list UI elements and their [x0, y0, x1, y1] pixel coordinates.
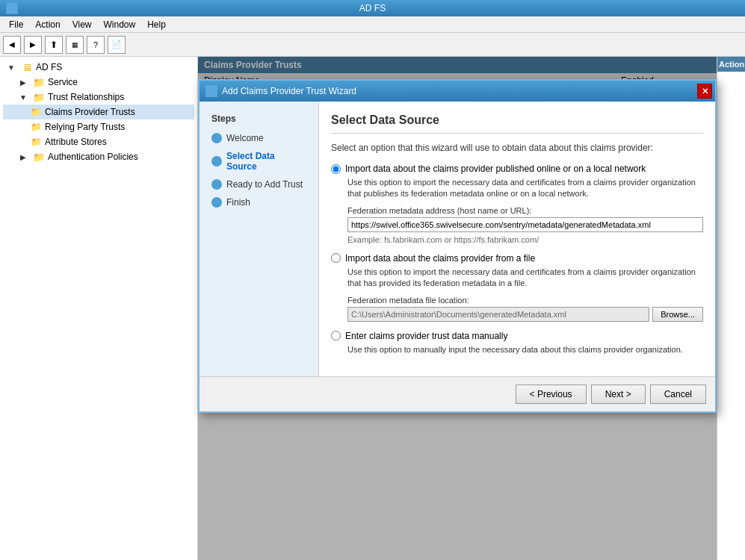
- label-file[interactable]: Import data about the claims provider fr…: [345, 253, 535, 264]
- tree-label-service: Service: [48, 77, 78, 87]
- option-manual: Enter claims provider trust data manuall…: [331, 331, 703, 355]
- next-button[interactable]: Next >: [591, 385, 646, 404]
- adfs-icon: 🖥: [21, 61, 33, 73]
- app-icon: [6, 2, 18, 14]
- title-bar: AD FS: [0, 0, 745, 16]
- tree-item-claims-provider[interactable]: 📁 Claims Provider Trusts: [3, 105, 194, 119]
- steps-title: Steps: [211, 113, 306, 124]
- wizard-description: Select an option that this wizard will u…: [331, 143, 703, 153]
- tree-label-claims-provider: Claims Provider Trusts: [45, 107, 135, 117]
- step-dot-ready: [211, 179, 222, 190]
- tree-label-relying-party: Relying Party Trusts: [45, 122, 125, 132]
- desc-manual: Use this option to manually input the ne…: [347, 344, 703, 355]
- tree-item-trust-relationships[interactable]: ▼ 📁 Trust Relationships: [3, 90, 194, 105]
- wizard-content: Select Data Source Select an option that…: [319, 102, 715, 376]
- metadata-file-input[interactable]: [347, 307, 649, 322]
- menu-file[interactable]: File: [3, 18, 29, 31]
- main-layout: ▼ 🖥 AD FS ▶ 📁 Service ▼ 📁 Trust Relation: [0, 57, 745, 560]
- wizard-page-title: Select Data Source: [331, 113, 703, 134]
- wizard-dialog: Add Claims Provider Trust Wizard ✕ Steps…: [198, 79, 717, 413]
- step-label-select: Select Data Source: [226, 151, 306, 172]
- step-label-finish: Finish: [226, 197, 250, 208]
- label-online[interactable]: Import data about the claims provider pu…: [345, 164, 646, 174]
- radio-online[interactable]: [331, 164, 341, 174]
- tree-label-trust: Trust Relationships: [48, 92, 124, 102]
- metadata-url-input[interactable]: [347, 217, 703, 232]
- wizard-title: Add Claims Provider Trust Wizard: [222, 86, 356, 96]
- wizard-body: Steps Welcome Select Data Source Ready t…: [200, 102, 715, 376]
- wizard-close-button[interactable]: ✕: [697, 84, 712, 99]
- browse-row: Browse...: [347, 307, 703, 322]
- trust-folder-icon: 📁: [33, 91, 45, 103]
- tree-item-relying-party[interactable]: 📁 Relying Party Trusts: [3, 119, 194, 134]
- relying-party-icon: 📁: [30, 121, 42, 133]
- field-row-url: [347, 217, 703, 232]
- menu-window[interactable]: Window: [98, 18, 142, 31]
- field-label-file: Federation metadata file location:: [347, 296, 703, 305]
- step-dot-welcome: [211, 133, 222, 143]
- help2-button[interactable]: 📄: [108, 36, 126, 54]
- tree-root: ▼ 🖥 AD FS ▶ 📁 Service ▼ 📁 Trust Relation: [0, 57, 197, 167]
- trust-expand-icon: ▼: [18, 91, 30, 103]
- service-folder-icon: 📁: [33, 76, 45, 88]
- option-file: Import data about the claims provider fr…: [331, 253, 703, 322]
- step-dot-finish: [211, 197, 222, 208]
- modal-overlay: Add Claims Provider Trust Wizard ✕ Steps…: [198, 57, 717, 560]
- content-area: Claims Provider Trusts Display Name Enab…: [198, 57, 717, 560]
- wizard-icon: [205, 85, 217, 97]
- step-label-ready: Ready to Add Trust: [226, 179, 303, 190]
- desc-online: Use this option to import the necessary …: [347, 177, 703, 200]
- forward-button[interactable]: ▶: [24, 36, 42, 54]
- console-button[interactable]: ▦: [66, 36, 84, 54]
- tree-item-attribute-stores[interactable]: 📁 Attribute Stores: [3, 134, 194, 149]
- menu-help[interactable]: Help: [141, 18, 172, 31]
- tree-label-adfs: AD FS: [36, 62, 62, 72]
- desc-file: Use this option to import the necessary …: [347, 267, 703, 290]
- tree-item-auth-policies[interactable]: ▶ 📁 Authentication Policies: [3, 149, 194, 164]
- auth-folder-icon: 📁: [33, 151, 45, 163]
- step-welcome: Welcome: [211, 133, 306, 143]
- menu-action[interactable]: Action: [29, 18, 66, 31]
- step-label-welcome: Welcome: [226, 133, 264, 143]
- field-label-url: Federation metadata address (host name o…: [347, 206, 703, 215]
- wizard-steps: Steps Welcome Select Data Source Ready t…: [200, 102, 319, 376]
- step-dot-select: [211, 156, 222, 167]
- wizard-footer: < Previous Next > Cancel: [200, 376, 715, 411]
- action-panel: Action: [717, 57, 745, 560]
- auth-expand-icon: ▶: [18, 151, 30, 163]
- radio-file[interactable]: [331, 253, 341, 263]
- help-button[interactable]: ?: [87, 36, 105, 54]
- app-title: AD FS: [359, 3, 386, 13]
- wizard-title-bar: Add Claims Provider Trust Wizard ✕: [200, 81, 715, 102]
- tree-label-auth-policies: Authentication Policies: [48, 152, 138, 162]
- label-manual[interactable]: Enter claims provider trust data manuall…: [345, 331, 507, 341]
- browse-button[interactable]: Browse...: [652, 307, 703, 322]
- action-panel-header: Action: [717, 57, 745, 72]
- cancel-button[interactable]: Cancel: [650, 385, 706, 404]
- toolbar: ◀ ▶ ⬆ ▦ ? 📄: [0, 33, 745, 57]
- tree-item-adfs[interactable]: ▼ 🖥 AD FS: [3, 60, 194, 75]
- tree-item-service[interactable]: ▶ 📁 Service: [3, 75, 194, 90]
- service-expand-icon: ▶: [18, 76, 30, 88]
- option-online: Import data about the claims provider pu…: [331, 164, 703, 244]
- previous-button[interactable]: < Previous: [516, 385, 587, 404]
- attribute-stores-icon: 📁: [30, 136, 42, 148]
- field-example-url: Example: fs.fabrikam.com or https://fs.f…: [347, 235, 703, 244]
- tree-panel: ▼ 🖥 AD FS ▶ 📁 Service ▼ 📁 Trust Relation: [0, 57, 198, 560]
- back-button[interactable]: ◀: [3, 36, 21, 54]
- adfs-expand-icon: ▼: [6, 61, 18, 73]
- menu-bar: File Action View Window Help: [0, 16, 745, 33]
- radio-manual[interactable]: [331, 331, 341, 340]
- up-button[interactable]: ⬆: [45, 36, 63, 54]
- step-select-data-source: Select Data Source: [211, 151, 306, 172]
- step-ready: Ready to Add Trust: [211, 179, 306, 190]
- tree-label-attribute-stores: Attribute Stores: [45, 137, 107, 147]
- step-finish: Finish: [211, 197, 306, 208]
- menu-view[interactable]: View: [67, 18, 98, 31]
- claims-provider-icon: 📁: [30, 106, 42, 118]
